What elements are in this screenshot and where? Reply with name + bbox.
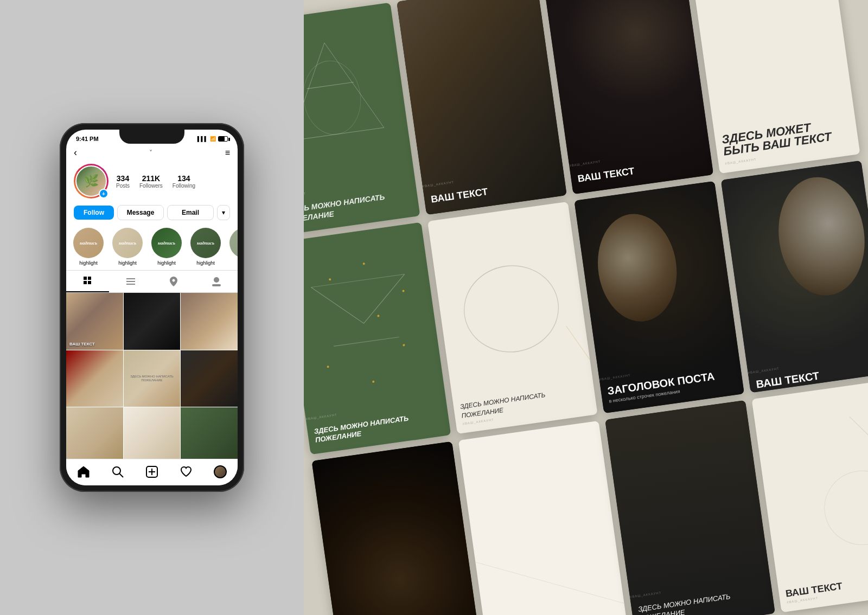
nav-heart[interactable] bbox=[178, 464, 194, 480]
tab-grid[interactable] bbox=[66, 271, 109, 292]
highlight-item-5[interactable]: напи... highl... bbox=[228, 228, 238, 266]
templates-grid: #ВАШ_АККАУНТ ЗДЕСЬ МОЖНО НАПИСАТЬ ПОЖЕЛА… bbox=[304, 0, 868, 615]
svg-rect-8 bbox=[212, 284, 221, 286]
highlight-item-1[interactable]: надпись highlight bbox=[72, 228, 105, 266]
template-card-4: ЗДЕСЬ МОЖЕТ БЫТЬ ВАШ ТЕКСТ #ВАШ_АККАУНТ bbox=[690, 0, 860, 174]
svg-rect-2 bbox=[84, 281, 87, 284]
svg-line-14 bbox=[304, 43, 337, 140]
grid-icon bbox=[83, 276, 93, 286]
message-button[interactable]: Message bbox=[117, 205, 164, 220]
action-buttons-row: Follow Message Email ▾ bbox=[66, 203, 238, 225]
dark-overlay-9 bbox=[312, 441, 482, 615]
wifi-icon: 📶 bbox=[210, 136, 216, 142]
posts-label: Posts bbox=[116, 183, 130, 189]
template-card-7: #ВАШ_АККАУНТ ЗАГОЛОВОК ПОСТА в несколько… bbox=[574, 181, 744, 413]
nav-home[interactable] bbox=[75, 464, 92, 480]
list-icon bbox=[126, 277, 136, 286]
highlight-circle-3: надпись bbox=[151, 228, 182, 258]
signal-icon: ▌▌▌ bbox=[197, 136, 208, 142]
phone-device: 9:41 PM ▌▌▌ 📶 ‹ ˅ ≡ bbox=[60, 123, 244, 492]
left-section: 9:41 PM ▌▌▌ 📶 ‹ ˅ ≡ bbox=[0, 0, 304, 615]
status-time: 9:41 PM bbox=[76, 136, 99, 142]
following-label: Following bbox=[173, 183, 195, 189]
person-icon bbox=[212, 277, 221, 286]
nav-search[interactable] bbox=[110, 464, 126, 480]
nav-add[interactable] bbox=[144, 464, 160, 480]
phone-content: 🌿 + 334 Posts 211K Followers bbox=[66, 161, 238, 485]
phone-notch bbox=[119, 130, 184, 144]
svg-rect-7 bbox=[214, 277, 219, 283]
highlight-item-4[interactable]: надпись highlight bbox=[189, 228, 222, 266]
more-button[interactable]: ▾ bbox=[217, 205, 230, 220]
search-icon bbox=[112, 466, 124, 478]
highlight-label-4: highlight bbox=[196, 260, 215, 266]
template-card-8: #ВАШ_АККАУНТ ВАШ ТЕКСТ bbox=[721, 160, 868, 393]
highlight-circle-1: надпись bbox=[73, 228, 104, 258]
svg-rect-6 bbox=[126, 284, 135, 285]
nav-bar: ‹ ˅ ≡ bbox=[66, 146, 238, 161]
tab-location[interactable] bbox=[152, 271, 195, 292]
grid-cell-2[interactable] bbox=[124, 293, 181, 350]
follow-button[interactable]: Follow bbox=[74, 206, 114, 220]
template-card-6: ЗДЕСЬ МОЖНО НАПИСАТЬ ПОЖЕЛАНИЕ #ВАШ_АККА… bbox=[427, 201, 598, 434]
back-button[interactable]: ‹ bbox=[74, 147, 77, 158]
template-card-3: #ВАШ_АККАУНТ ВАШ ТЕКСТ bbox=[543, 0, 713, 194]
template-card-5: #ВАШ_АККАУНТ ЗДЕСЬ МОЖНО НАПИСАТЬ ПОЖЕЛА… bbox=[304, 222, 451, 454]
grid-cell-3[interactable] bbox=[181, 293, 238, 350]
nav-profile[interactable] bbox=[212, 464, 228, 480]
grid-cell-1[interactable]: ВАШ ТЕКСТ bbox=[66, 293, 123, 350]
stat-posts: 334 Posts bbox=[116, 174, 130, 189]
grid-cell-8[interactable] bbox=[124, 407, 181, 464]
highlight-circle-4: надпись bbox=[190, 228, 221, 258]
svg-line-19 bbox=[311, 280, 363, 330]
stat-followers[interactable]: 211K Followers bbox=[139, 174, 163, 189]
grid-cell-9[interactable] bbox=[181, 407, 238, 464]
grid-cell-6[interactable] bbox=[181, 350, 238, 407]
grid-cell-7[interactable] bbox=[66, 407, 123, 464]
svg-rect-5 bbox=[126, 281, 135, 282]
heart-icon bbox=[180, 466, 192, 478]
home-icon bbox=[78, 466, 90, 478]
highlight-label-1: highlight bbox=[79, 260, 98, 266]
add-icon bbox=[146, 466, 158, 478]
avatar-add-button[interactable]: + bbox=[99, 189, 108, 198]
battery-icon bbox=[218, 136, 228, 142]
followers-count: 211K bbox=[139, 174, 163, 183]
chevron-icon: ˅ bbox=[149, 149, 152, 157]
profile-section: 🌿 + 334 Posts 211K Followers bbox=[66, 161, 238, 203]
email-button[interactable]: Email bbox=[167, 205, 214, 220]
stats-row: 334 Posts 211K Followers 134 Following bbox=[116, 174, 195, 189]
tab-row bbox=[66, 270, 238, 293]
right-section: #ВАШ_АККАУНТ ЗДЕСЬ МОЖНО НАПИСАТЬ ПОЖЕЛА… bbox=[304, 0, 868, 615]
svg-line-22 bbox=[311, 274, 404, 287]
phone-screen: 9:41 PM ▌▌▌ 📶 ‹ ˅ ≡ bbox=[66, 130, 238, 485]
svg-line-20 bbox=[358, 274, 410, 323]
highlight-circle-2: надпись bbox=[112, 228, 143, 258]
bottom-nav bbox=[66, 459, 238, 485]
grid-cell-4[interactable] bbox=[66, 350, 123, 407]
svg-line-17 bbox=[307, 82, 354, 89]
template-card-10: ЗАГОЛОВОК ПОСТА #ВАШ_АККАУНТ bbox=[458, 421, 629, 615]
svg-point-18 bbox=[304, 57, 365, 138]
stat-following[interactable]: 134 Following bbox=[173, 174, 195, 189]
highlight-label-2: highlight bbox=[118, 260, 137, 266]
highlights-row: надпись highlight надпись highlight надп… bbox=[66, 225, 238, 270]
avatar-container: 🌿 + bbox=[74, 164, 108, 198]
highlight-item-2[interactable]: надпись highlight bbox=[111, 228, 144, 266]
svg-line-10 bbox=[119, 473, 123, 477]
grid-cell-5[interactable]: ЗДЕСЬ МОЖНО НАПИСАТЬ ПОЖЕЛАНИЕ bbox=[124, 350, 181, 407]
highlight-item-3[interactable]: надпись highlight bbox=[150, 228, 183, 266]
template-card-2: #ВАШ_АККАУНТ ВАШ ТЕКСТ bbox=[397, 0, 567, 215]
svg-point-9 bbox=[113, 467, 120, 475]
template-card-9: #ВАШ_АККАУНТ ЗАГОЛОВОК ПОСТА в несколько… bbox=[312, 441, 482, 615]
svg-point-29 bbox=[820, 466, 868, 550]
photo-grid: ВАШ ТЕКСТ ЗДЕСЬ МОЖНО НАПИСАТЬ ПОЖЕЛАНИЕ bbox=[66, 293, 238, 464]
followers-label: Followers bbox=[139, 183, 163, 189]
svg-line-16 bbox=[304, 127, 384, 140]
highlight-circle-5: напи... bbox=[229, 228, 238, 258]
tab-list[interactable] bbox=[109, 271, 152, 292]
posts-count: 334 bbox=[116, 174, 130, 183]
geo-lines-10 bbox=[458, 421, 629, 615]
menu-button[interactable]: ≡ bbox=[225, 148, 230, 158]
tab-tagged[interactable] bbox=[195, 271, 238, 292]
